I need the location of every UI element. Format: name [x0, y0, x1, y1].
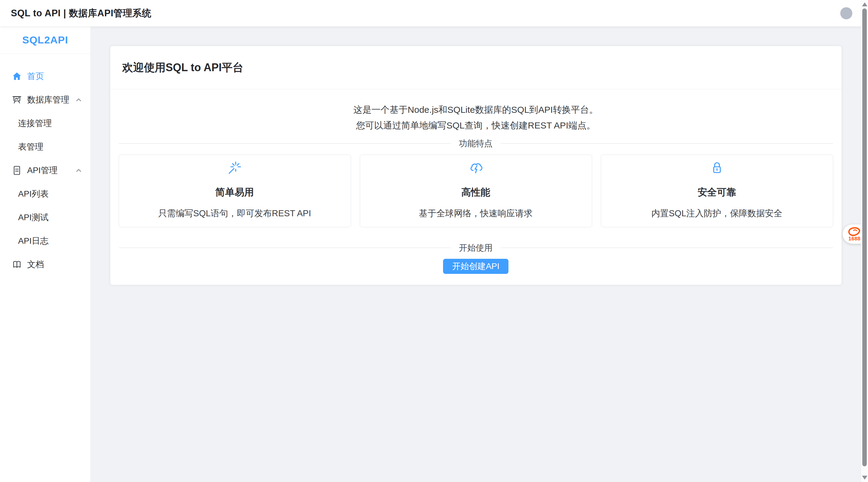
intro-line-2: 您可以通过简单地编写SQL查询，快速创建REST API端点。 [119, 118, 833, 133]
feature-description: 只需编写SQL语句，即可发布REST API [119, 207, 350, 220]
features-divider-label: 功能特点 [451, 138, 501, 149]
feature-title: 安全可靠 [601, 186, 833, 199]
sidebar-item-docs[interactable]: 文档 [0, 253, 90, 276]
badge-1688-label: 1688 [848, 236, 861, 241]
feature-cards: 简单易用 只需编写SQL语句，即可发布REST API 高性能 基于全球网络，快… [119, 155, 833, 227]
sidebar-item-label: API管理 [27, 165, 58, 176]
feature-card-security: 安全可靠 内置SQL注入防护，保障数据安全 [601, 155, 833, 227]
chevron-up-icon[interactable] [75, 167, 83, 174]
sidebar-item-api-management[interactable]: API管理 [0, 159, 90, 182]
topbar: SQL to API | 数据库API管理系统 [0, 0, 868, 27]
main-content: 欢迎使用SQL to API平台 这是一个基于Node.js和SQLite数据库… [91, 27, 861, 482]
sidebar-item-api-list[interactable]: API列表 [0, 182, 90, 206]
vertical-scrollbar[interactable] [861, 0, 868, 482]
intro-line-1: 这是一个基于Node.js和SQLite数据库的SQL到API转换平台。 [119, 102, 833, 118]
feature-description: 内置SQL注入防护，保障数据安全 [601, 207, 833, 220]
features-divider: 功能特点 [119, 143, 833, 144]
welcome-card-body: 这是一个基于Node.js和SQLite数据库的SQL到API转换平台。 您可以… [110, 89, 841, 285]
welcome-card: 欢迎使用SQL to API平台 这是一个基于Node.js和SQLite数据库… [110, 46, 842, 285]
feature-card-performance: 高性能 基于全球网络，快速响应请求 [360, 155, 592, 227]
feature-title: 高性能 [360, 186, 592, 199]
home-icon [11, 71, 22, 82]
sidebar-subitem-label: 连接管理 [18, 118, 52, 129]
feature-title: 简单易用 [119, 186, 350, 199]
sidebar-logo: SQL2API [0, 27, 90, 54]
document-icon [11, 165, 22, 176]
sidebar-menu: 首页 数据库管理 连接管理 表管理 [0, 54, 90, 276]
magic-stick-icon [119, 161, 350, 175]
feature-description: 基于全球网络，快速响应请求 [360, 207, 592, 220]
sidebar-subitem-label: API日志 [18, 235, 49, 247]
create-api-button[interactable]: 开始创建API [443, 259, 508, 274]
lightning-cloud-icon [360, 161, 592, 175]
scrollbar-thumb[interactable] [862, 8, 867, 466]
data-board-icon [11, 94, 22, 105]
sidebar-item-api-test[interactable]: API测试 [0, 206, 90, 229]
sidebar-item-table-management[interactable]: 表管理 [0, 135, 90, 159]
intro-text: 这是一个基于Node.js和SQLite数据库的SQL到API转换平台。 您可以… [119, 102, 833, 133]
welcome-card-header: 欢迎使用SQL to API平台 [110, 46, 841, 89]
feature-card-easy: 简单易用 只需编写SQL语句，即可发布REST API [119, 155, 351, 227]
sidebar-item-database-management[interactable]: 数据库管理 [0, 88, 90, 112]
alibaba-logo-icon [847, 227, 861, 237]
chevron-up-icon[interactable] [75, 96, 83, 104]
user-avatar[interactable] [840, 7, 852, 19]
app-title: SQL to API | 数据库API管理系统 [11, 7, 151, 20]
start-divider-label: 开始使用 [451, 242, 501, 254]
sidebar-item-connection-management[interactable]: 连接管理 [0, 112, 90, 135]
start-divider: 开始使用 [119, 248, 833, 248]
sidebar-item-label: 文档 [27, 259, 44, 270]
page-title: 欢迎使用SQL to API平台 [122, 60, 244, 75]
sidebar: SQL2API 首页 数据库管理 连 [0, 27, 91, 482]
scrollbar-down-arrow-icon[interactable] [862, 476, 867, 480]
lock-icon [601, 161, 833, 175]
start-button-row: 开始创建API [119, 259, 833, 274]
sidebar-item-api-log[interactable]: API日志 [0, 229, 90, 253]
scrollbar-up-arrow-icon[interactable] [862, 2, 867, 6]
sidebar-subitem-label: API列表 [18, 188, 49, 200]
sidebar-item-home[interactable]: 首页 [0, 64, 90, 88]
sidebar-subitem-label: API测试 [18, 212, 49, 223]
book-icon [11, 259, 22, 270]
sidebar-subitem-label: 表管理 [18, 141, 43, 152]
sidebar-item-label: 数据库管理 [27, 94, 69, 106]
sidebar-item-label: 首页 [27, 70, 44, 82]
